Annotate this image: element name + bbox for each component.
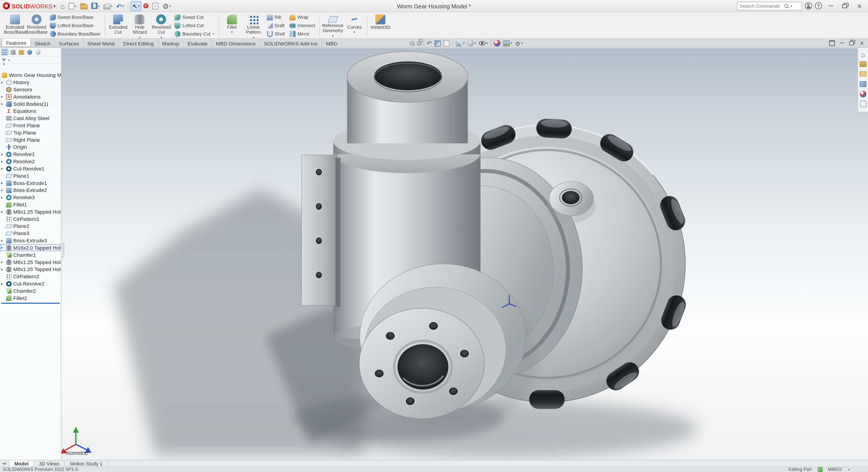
tree-item-m16-tapped-hole1[interactable]: M16x2.0 Tapped Hole1 [0,244,61,251]
scroll-left-icon[interactable]: ◂ [2,461,4,466]
apply-scene-button[interactable]: ▾ [503,39,513,47]
display-style-button[interactable]: ▾ [467,39,477,47]
expander-icon[interactable] [1,244,6,251]
intersect-button[interactable]: Intersect [289,22,316,29]
tab-solidworks-add-ins[interactable]: SOLIDWORKS Add-Ins [260,39,322,47]
tree-item-cirpattern2[interactable]: CirPattern2 [0,273,61,280]
tab-model[interactable]: Model [9,461,34,467]
print-button[interactable]: ▾ [102,1,114,11]
units-selector[interactable]: MMGS [828,467,842,472]
tree-item-equations[interactable]: Equations [0,107,61,115]
expander-icon[interactable] [1,115,6,122]
fillet-button[interactable]: Fillet [221,13,243,38]
tree-item-revolve3[interactable]: Revolve3 [0,194,61,201]
view-orientation-button[interactable]: ▾ [455,39,465,47]
tree-filter-bar[interactable]: ▾ [0,57,61,64]
expander-icon[interactable] [1,294,6,302]
design-library-button[interactable] [860,60,867,68]
expander-icon[interactable] [1,230,6,237]
tree-item-worm-gear-housing-model[interactable]: Worm Gear Housing Model ( [0,71,61,79]
tree-item-solid-bodies[interactable]: Solid Bodies(1) [0,100,61,107]
tree-item-history[interactable]: History [0,79,61,86]
search-input[interactable] [740,3,783,8]
extruded-boss-base-button[interactable]: ExtrudedBoss/Base [4,13,26,38]
revolved-cut-button[interactable]: RevolvedCut [151,13,172,38]
new-document-button[interactable]: ▾ [67,1,78,11]
tree-item-m8-tapped-hole1[interactable]: M8x1.25 Tapped Hole1 [0,208,61,215]
tab-surfaces[interactable]: Surfaces [55,39,84,47]
select-button[interactable]: ▾ [131,1,141,11]
tree-item-plane3[interactable]: Plane3 [0,230,61,237]
tree-item-boss-extrude2[interactable]: Boss-Extrude2 [0,187,61,194]
display-manager-tab[interactable] [34,49,41,55]
expander-icon[interactable] [1,107,6,115]
close-button[interactable] [854,1,865,11]
expander-icon[interactable] [1,251,6,258]
expander-icon[interactable] [1,194,6,201]
expander-icon[interactable] [1,273,6,280]
boundary-boss-base-button[interactable]: Boundary Boss/Base [49,30,102,37]
expander-icon[interactable] [1,93,6,100]
tree-item-right-plane[interactable]: Right Plane [0,136,61,143]
file-explorer-button[interactable] [860,70,867,77]
linear-pattern-button[interactable]: LinearPattern [243,13,264,38]
tab-sketch[interactable]: Sketch [31,39,55,47]
revolved-boss-base-button[interactable]: RevolvedBoss/Base [26,13,47,38]
tree-item-fillet2[interactable]: Fillet2 [0,294,61,302]
instant3d-button[interactable]: Instant3D [370,13,391,38]
expander-icon[interactable] [1,287,6,294]
tree-item-revolve2[interactable]: Revolve2 [0,158,61,165]
lofted-boss-base-button[interactable]: Lofted Boss/Base [49,22,102,29]
reference-geometry-button[interactable]: ReferenceGeometry [322,13,343,38]
tree-item-plane1[interactable]: Plane1 [0,172,61,179]
shell-button[interactable]: Shell [266,30,286,37]
configuration-manager-tab[interactable] [18,49,25,55]
expander-icon[interactable] [1,100,6,107]
tab-evaluate[interactable]: Evaluate [184,39,212,47]
expander-icon[interactable] [1,215,6,222]
expander-icon[interactable] [1,79,6,86]
tab-mbd-dimensions[interactable]: MBD Dimensions [212,39,260,47]
draft-button[interactable]: Draft [266,22,286,29]
expander-icon[interactable] [1,258,6,265]
expander-icon[interactable] [1,136,6,143]
tree-item-revolve1[interactable]: Revolve1 [0,151,61,158]
tab-3d-views[interactable]: 3D Views [34,461,65,467]
tree-item-top-plane[interactable]: Top Plane [0,129,61,136]
tree-item-m8-tapped-hole2[interactable]: M8x1.25 Tapped Hole2 [0,258,61,265]
tree-item-m8-tapped-hole3[interactable]: M8x1.25 Tapped Hole3 [0,265,61,273]
tab-scroll-controls[interactable]: ◂▸ [0,461,9,467]
tree-item-boss-extrude1[interactable]: Boss-Extrude1 [0,179,61,187]
appearances-scenes-button[interactable] [860,90,867,97]
open-button[interactable] [79,1,89,11]
expander-icon[interactable] [1,122,6,129]
tab-sheet-metal[interactable]: Sheet Metal [84,39,119,47]
search-caret-icon[interactable]: ▾ [790,4,792,7]
hole-wizard-button[interactable]: HoleWizard [129,13,150,38]
save-button[interactable]: ▾ [90,1,101,11]
boundary-cut-button[interactable]: Boundary Cut [174,30,215,37]
expander-icon[interactable] [1,208,6,215]
swept-boss-base-button[interactable]: Swept Boss/Base [49,13,102,21]
tree-item-cast-alloy-steel[interactable]: Cast Alloy Steel [0,115,61,122]
tab-mbd[interactable]: MBD [322,39,342,47]
view-palette-button[interactable] [860,80,867,88]
tab-features[interactable]: Features [2,39,31,47]
tab-motion-study-1[interactable]: Motion Study 1 [65,461,108,467]
undo-button[interactable]: ▾ [115,1,126,11]
restore-button[interactable] [839,1,851,11]
custom-properties-button[interactable] [860,100,867,107]
zoom-to-fit-button[interactable] [410,39,414,47]
options-button[interactable]: ▾ [161,1,173,11]
dimxpert-manager-tab[interactable] [26,49,33,55]
filter-caret-icon[interactable]: ▾ [8,58,10,62]
scroll-right-icon[interactable]: ▸ [5,461,7,466]
edit-appearance-button[interactable] [493,39,501,47]
previous-view-button[interactable] [426,39,432,47]
tree-item-origin[interactable]: Origin [0,143,61,151]
view-settings-button[interactable]: ▾ [515,39,523,47]
rollback-bar[interactable] [1,303,60,304]
expander-icon[interactable] [1,237,6,244]
home-button[interactable] [59,1,66,11]
tree-item-cut-revolve1[interactable]: Cut-Revolve1 [0,165,61,172]
